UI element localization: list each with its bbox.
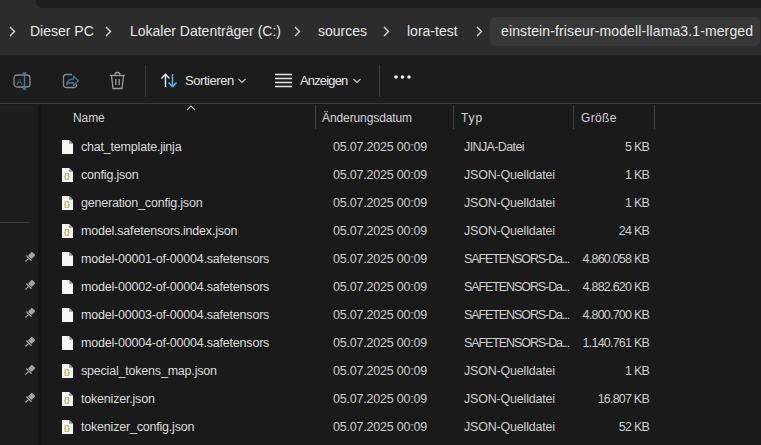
svg-text:{}: {}: [64, 171, 70, 180]
svg-text:{}: {}: [64, 367, 70, 376]
svg-text:{}: {}: [64, 423, 70, 432]
svg-text:A: A: [17, 77, 23, 87]
svg-text:{}: {}: [64, 395, 70, 404]
svg-text:{}: {}: [64, 199, 70, 208]
svg-text:{}: {}: [64, 227, 70, 236]
